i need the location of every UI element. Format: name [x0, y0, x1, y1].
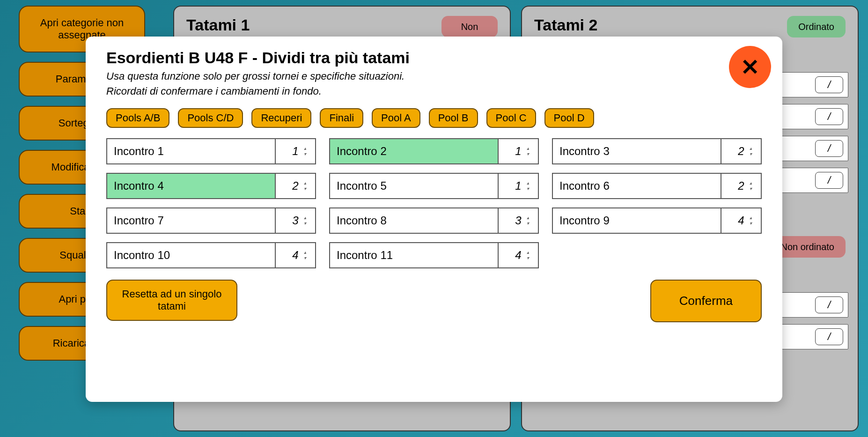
match-row: Incontro 83 — [329, 207, 539, 234]
match-row: Incontro 94 — [552, 207, 762, 234]
match-label: Incontro 10 — [107, 243, 276, 267]
modal-footer: Resetta ad un singolo tatami Conferma — [106, 280, 762, 322]
match-row: Incontro 104 — [106, 242, 316, 268]
stepper-handle-icon[interactable] — [527, 248, 535, 262]
stepper-handle-icon[interactable] — [750, 214, 758, 228]
match-row: Incontro 11 — [106, 138, 316, 164]
match-value-stepper[interactable]: 2 — [721, 139, 761, 163]
tab-pool-b[interactable]: Pool B — [429, 108, 478, 128]
match-row: Incontro 62 — [552, 173, 762, 199]
modal-backdrop: ✕ Esordienti B U48 F - Dividi tra più ta… — [0, 0, 868, 437]
tab-pool-a[interactable]: Pool A — [372, 108, 420, 128]
close-icon[interactable]: ✕ — [729, 46, 771, 88]
match-label: Incontro 8 — [330, 208, 499, 233]
match-row: Incontro 114 — [329, 242, 539, 268]
tab-pool-d[interactable]: Pool D — [544, 108, 594, 128]
match-label: Incontro 9 — [553, 208, 721, 233]
confirm-button[interactable]: Conferma — [650, 280, 762, 322]
stepper-handle-icon[interactable] — [527, 179, 535, 193]
match-label: Incontro 3 — [553, 139, 721, 163]
stepper-handle-icon[interactable] — [304, 179, 312, 193]
stepper-handle-icon[interactable] — [527, 144, 535, 158]
match-row: Incontro 73 — [106, 207, 316, 234]
split-modal: ✕ Esordienti B U48 F - Dividi tra più ta… — [86, 37, 782, 402]
modal-title: Esordienti B U48 F - Dividi tra più tata… — [106, 49, 762, 67]
modal-subtitle: Usa questa funzione solo per grossi torn… — [106, 69, 762, 99]
match-label: Incontro 11 — [330, 243, 499, 267]
tab-recuperi[interactable]: Recuperi — [251, 108, 311, 128]
match-value-stepper[interactable]: 2 — [721, 174, 761, 198]
match-value-stepper[interactable]: 4 — [721, 208, 761, 233]
reset-button[interactable]: Resetta ad un singolo tatami — [106, 280, 237, 321]
match-grid: Incontro 11Incontro 21Incontro 32Incontr… — [106, 138, 762, 268]
match-value-stepper[interactable]: 1 — [276, 139, 315, 163]
stepper-handle-icon[interactable] — [304, 248, 312, 262]
match-value-stepper[interactable]: 3 — [276, 208, 315, 233]
match-label: Incontro 7 — [107, 208, 276, 233]
tab-pools-cd[interactable]: Pools C/D — [178, 108, 243, 128]
tab-pools-ab[interactable]: Pools A/B — [106, 108, 169, 128]
match-value-stepper[interactable]: 4 — [276, 243, 315, 267]
stepper-handle-icon[interactable] — [527, 214, 535, 228]
match-value-stepper[interactable]: 3 — [499, 208, 538, 233]
tab-row: Pools A/B Pools C/D Recuperi Finali Pool… — [106, 108, 762, 128]
match-label: Incontro 1 — [107, 139, 276, 163]
match-label: Incontro 5 — [330, 174, 499, 198]
match-row: Incontro 42 — [106, 173, 316, 199]
stepper-handle-icon[interactable] — [750, 179, 758, 193]
match-label: Incontro 4 — [107, 174, 276, 198]
stepper-handle-icon[interactable] — [304, 144, 312, 158]
match-value-stepper[interactable]: 4 — [499, 243, 538, 267]
match-value-stepper[interactable]: 1 — [499, 174, 538, 198]
tab-pool-c[interactable]: Pool C — [486, 108, 536, 128]
match-row: Incontro 51 — [329, 173, 539, 199]
match-label: Incontro 2 — [330, 139, 499, 163]
match-row: Incontro 32 — [552, 138, 762, 164]
match-value-stepper[interactable]: 2 — [276, 174, 315, 198]
stepper-handle-icon[interactable] — [750, 144, 758, 158]
match-label: Incontro 6 — [553, 174, 721, 198]
stepper-handle-icon[interactable] — [304, 214, 312, 228]
match-row: Incontro 21 — [329, 138, 539, 164]
match-value-stepper[interactable]: 1 — [499, 139, 538, 163]
tab-finali[interactable]: Finali — [320, 108, 363, 128]
